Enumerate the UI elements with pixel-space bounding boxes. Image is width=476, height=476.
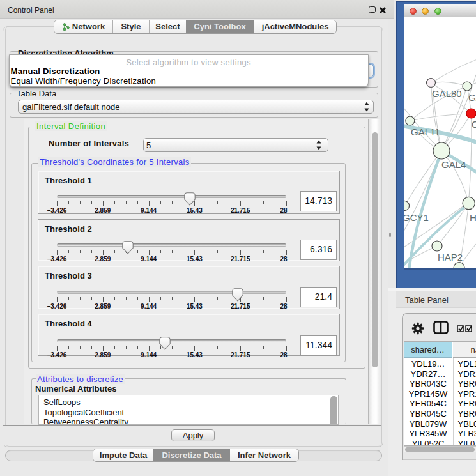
svg-text:GCY1: GCY1: [404, 212, 429, 223]
svg-text:HI: HI: [470, 212, 476, 223]
svg-text:GAL80: GAL80: [432, 88, 462, 99]
svg-text:GAL11: GAL11: [411, 127, 440, 137]
svg-text:C: C: [472, 119, 476, 130]
svg-text:HAP2: HAP2: [438, 252, 463, 263]
svg-text:GAL4: GAL4: [441, 159, 466, 170]
svg-text:GA: GA: [468, 92, 476, 103]
